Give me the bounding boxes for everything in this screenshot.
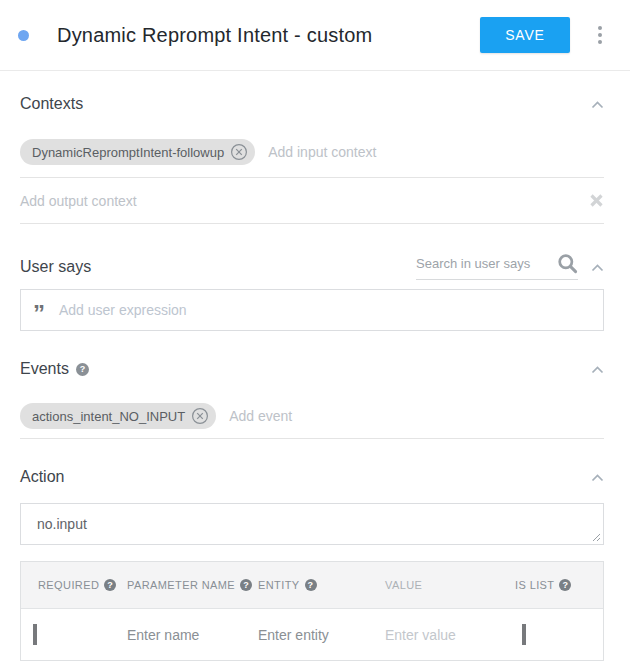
chevron-up-icon[interactable]: [591, 95, 604, 113]
contexts-section-header: Contexts: [20, 95, 604, 113]
add-output-context-field[interactable]: Add output context: [20, 193, 137, 209]
help-icon[interactable]: ?: [104, 579, 116, 591]
event-chip-label: actions_intent_NO_INPUT: [32, 409, 185, 424]
action-value: no.input: [37, 516, 87, 532]
action-heading: Action: [20, 468, 64, 486]
chevron-up-icon[interactable]: [591, 258, 604, 276]
user-expression-input[interactable]: ” Add user expression: [20, 289, 604, 331]
event-chip: actions_intent_NO_INPUT: [20, 403, 216, 429]
context-chip-label: DynamicRepromptIntent-followup: [32, 145, 224, 160]
remove-chip-icon[interactable]: [230, 143, 248, 161]
contexts-heading: Contexts: [20, 95, 83, 113]
help-icon[interactable]: ?: [240, 579, 252, 591]
context-chip: DynamicRepromptIntent-followup: [20, 139, 255, 165]
parameter-row: Enter name Enter entity Enter value: [21, 608, 603, 660]
input-contexts-row: DynamicRepromptIntent-followup Add input…: [20, 139, 604, 178]
is-list-checkbox[interactable]: [522, 624, 526, 645]
required-checkbox[interactable]: [33, 624, 37, 645]
events-heading: Events: [20, 360, 69, 378]
parameter-name-field[interactable]: Enter name: [127, 627, 258, 643]
intent-editor: Dynamic Reprompt Intent - custom SAVE Co…: [0, 0, 630, 671]
events-row: actions_intent_NO_INPUT Add event: [20, 403, 604, 439]
clear-icon[interactable]: [589, 193, 604, 208]
intent-status-dot: [18, 30, 29, 41]
save-button[interactable]: SAVE: [480, 17, 570, 53]
events-section-header: Events ?: [20, 360, 604, 378]
column-required: REQUIRED ?: [38, 579, 127, 591]
user-says-heading: User says: [20, 258, 91, 276]
add-input-context-field[interactable]: Add input context: [268, 144, 376, 160]
column-is-list: IS LIST ?: [515, 579, 603, 591]
remove-chip-icon[interactable]: [191, 407, 209, 425]
column-entity: ENTITY ?: [258, 579, 385, 591]
action-section-header: Action: [20, 468, 604, 486]
parameters-table: REQUIRED ? PARAMETER NAME ? ENTITY ? VAL…: [20, 561, 604, 661]
value-field[interactable]: Enter value: [385, 627, 515, 643]
page-title: Dynamic Reprompt Intent - custom: [57, 24, 372, 47]
help-icon[interactable]: ?: [559, 579, 571, 591]
search-placeholder: Search in user says: [416, 256, 530, 271]
help-icon[interactable]: ?: [76, 363, 89, 376]
parameters-header-row: REQUIRED ? PARAMETER NAME ? ENTITY ? VAL…: [21, 562, 603, 608]
column-value: VALUE: [385, 579, 515, 591]
output-context-row: Add output context: [20, 178, 604, 224]
chevron-up-icon[interactable]: [591, 468, 604, 486]
resize-handle-icon[interactable]: [591, 532, 601, 542]
action-input[interactable]: no.input: [20, 503, 604, 545]
user-expression-placeholder: Add user expression: [59, 302, 187, 318]
intent-header: Dynamic Reprompt Intent - custom SAVE: [0, 0, 630, 71]
intent-body: Contexts DynamicRepromptIntent-followup …: [0, 95, 630, 661]
entity-field[interactable]: Enter entity: [258, 627, 385, 643]
more-options-icon[interactable]: [594, 26, 606, 44]
chevron-up-icon[interactable]: [591, 360, 604, 378]
search-icon: [557, 253, 578, 274]
column-parameter-name: PARAMETER NAME ?: [127, 579, 258, 591]
add-event-field[interactable]: Add event: [229, 408, 292, 424]
search-user-says-input[interactable]: Search in user says: [416, 253, 578, 280]
help-icon[interactable]: ?: [305, 579, 317, 591]
user-says-section-header: User says Search in user says: [20, 253, 604, 280]
